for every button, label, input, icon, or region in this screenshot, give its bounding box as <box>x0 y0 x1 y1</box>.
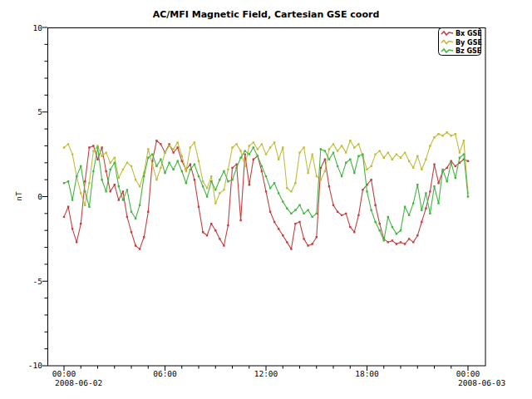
y-axis-label: nT <box>14 191 23 201</box>
x-axis-start-date: 2008-06-02 <box>55 378 102 387</box>
x-axis-end-date: 2008-06-03 <box>458 378 505 387</box>
y-tick-label: 0 <box>37 192 42 201</box>
legend: Bx GSE By GSE Bz GSE <box>439 28 482 56</box>
legend-label-bz: Bz GSE <box>456 47 481 55</box>
data-series-group <box>63 131 469 250</box>
x-axis-tick-labels: 00:00 06:00 12:00 18:00 00:00 <box>52 369 480 378</box>
chart-title: AC/MFI Magnetic Field, Cartesian GSE coo… <box>153 9 380 20</box>
y-tick-label: 5 <box>37 107 42 116</box>
series-line-by-gse <box>64 132 468 205</box>
x-tick-label: 18:00 <box>355 369 379 378</box>
magnetic-field-chart: AC/MFI Magnetic Field, Cartesian GSE coo… <box>0 0 532 399</box>
axis-ticks <box>42 27 468 371</box>
x-tick-label: 00:00 <box>52 369 76 378</box>
series-line-bz-gse <box>64 148 468 241</box>
x-tick-label: 12:00 <box>254 369 278 378</box>
x-tick-label: 06:00 <box>153 369 177 378</box>
y-tick-label: -5 <box>33 277 42 286</box>
x-tick-label: 00:00 <box>456 369 480 378</box>
legend-label-by: By GSE <box>456 39 482 47</box>
y-tick-label: 10 <box>33 23 43 32</box>
magnetic-field-figure: AC/MFI Magnetic Field, Cartesian GSE coo… <box>0 0 532 399</box>
legend-label-bx: Bx GSE <box>456 30 482 37</box>
y-axis-tick-labels: 10 5 0 -5 -10 <box>28 23 42 371</box>
y-tick-label: -10 <box>28 361 42 370</box>
